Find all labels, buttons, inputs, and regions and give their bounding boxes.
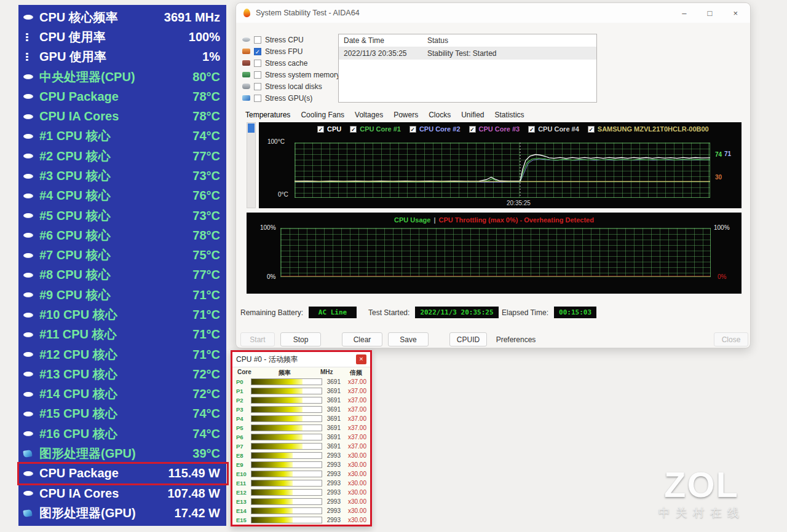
sensor-label: GPU 使用率	[39, 49, 106, 65]
legend-label: SAMSUNG MZVL21T0HCLR-00B00	[598, 125, 709, 133]
checkbox[interactable]: ✓	[409, 126, 416, 133]
fan-icon	[23, 114, 39, 119]
fan-icon	[23, 412, 39, 417]
sensor-label: #5 CPU 核心	[39, 208, 111, 224]
frequency-bar	[251, 378, 322, 385]
stability-test-window: System Stability Test - AIDA64 – □ × Str…	[235, 2, 751, 348]
core-label: E15	[236, 517, 247, 523]
mhz-value: 2993	[316, 471, 341, 477]
clear-button[interactable]: Clear	[342, 332, 382, 346]
frequency-bar-fill	[251, 499, 293, 504]
legend-item[interactable]: ✓CPU Core #2	[409, 125, 461, 133]
maximize-icon[interactable]: □	[708, 9, 713, 18]
device-cpu-icon	[242, 37, 250, 42]
frequency-bar-fill	[251, 434, 303, 440]
usage-icon	[23, 33, 39, 41]
multiplier-value: x37.00	[343, 443, 366, 450]
multiplier-value: x30.00	[343, 480, 366, 487]
freq-header-core: Core	[237, 369, 251, 375]
close-icon[interactable]: ×	[356, 354, 366, 364]
fan-icon	[23, 372, 39, 377]
checkbox[interactable]	[254, 95, 261, 102]
multiplier-value: x37.00	[343, 434, 366, 440]
stress-option[interactable]: Stress GPU(s)	[242, 92, 339, 104]
multiplier-value: x37.00	[343, 406, 366, 413]
stress-option[interactable]: Stress CPU	[242, 34, 339, 45]
save-button[interactable]: Save	[388, 332, 429, 346]
fan-icon	[23, 213, 39, 218]
stress-option[interactable]: Stress local disks	[242, 80, 339, 92]
preferences-button[interactable]: Preferences	[489, 332, 542, 346]
status-label: Remaining Battery:	[240, 308, 303, 317]
close-icon[interactable]: ×	[733, 9, 738, 18]
temp-current-value-2: 71	[724, 151, 731, 157]
sensor-value: 74°C	[192, 427, 220, 441]
frequency-bar-fill	[251, 490, 293, 495]
legend-item[interactable]: ✓CPU Core #4	[528, 125, 579, 133]
frequency-bar	[251, 388, 322, 394]
legend-item[interactable]: ✓CPU Core #1	[350, 125, 401, 133]
frequency-bar	[251, 471, 322, 477]
multiplier-value: x30.00	[343, 517, 366, 523]
tab-voltages[interactable]: Voltages	[355, 111, 383, 119]
cpuid-button[interactable]: CPUID	[449, 332, 487, 346]
freq-row: P43691x37.00	[232, 414, 370, 423]
stress-option[interactable]: Stress cache	[242, 57, 339, 69]
status-value-box: AC Line	[309, 307, 357, 318]
stress-option-label: Stress CPU	[265, 36, 304, 44]
frequency-bar	[251, 424, 322, 431]
log-header-datetime: Date & Time	[339, 36, 426, 45]
start-button: Start	[240, 332, 275, 346]
checkbox[interactable]: ✓	[528, 126, 535, 133]
checkbox[interactable]: ✓	[317, 126, 324, 133]
stress-option[interactable]: Stress system memory	[242, 69, 339, 80]
freq-table-rows: P03691x37.00P13691x37.00P23691x37.00P336…	[232, 377, 370, 525]
tab-powers[interactable]: Powers	[394, 111, 418, 119]
checkbox[interactable]	[254, 60, 261, 67]
checkbox[interactable]	[254, 83, 261, 90]
freq-row: P23691x37.00	[232, 396, 370, 405]
sensor-value: 74°C	[192, 407, 220, 421]
sensor-row: CPU Package115.49 W	[18, 464, 226, 483]
freq-row: E102993x30.00	[232, 469, 370, 479]
fan-icon	[23, 292, 39, 297]
sensor-label: #3 CPU 核心	[39, 168, 111, 184]
sensor-label: #4 CPU 核心	[39, 187, 111, 204]
legend-item[interactable]: ✓CPU	[317, 125, 341, 133]
sensor-value: 77°C	[192, 268, 220, 282]
sensor-row: #1 CPU 核心74°C	[18, 127, 226, 146]
status-item: Test Started:2022/11/3 20:35:25	[368, 307, 499, 318]
checkbox[interactable]: ✓	[254, 48, 261, 55]
checkbox[interactable]: ✓	[469, 126, 476, 133]
sensor-label: #7 CPU 核心	[39, 247, 111, 264]
frequency-bar-fill	[251, 379, 303, 385]
legend-item[interactable]: ✓SAMSUNG MZVL21T0HCLR-00B00	[588, 125, 709, 133]
log-row[interactable]: 2022/11/3 20:35:25Stability Test: Starte…	[339, 47, 596, 60]
status-label: Test Started:	[368, 308, 409, 317]
graph-scrollbar[interactable]	[247, 122, 256, 208]
scrollbar-thumb[interactable]	[248, 123, 255, 133]
multiplier-value: x30.00	[343, 498, 366, 505]
sensor-row: #16 CPU 核心74°C	[18, 424, 226, 443]
tab-statistics[interactable]: Statistics	[495, 111, 524, 119]
checkbox[interactable]: ✓	[350, 126, 357, 133]
fan-icon	[23, 332, 39, 337]
legend-item[interactable]: ✓CPU Core #3	[469, 125, 520, 133]
stress-option[interactable]: ✓Stress FPU	[242, 45, 339, 57]
freq-row: E92993x30.00	[232, 460, 370, 469]
tab-temperatures[interactable]: Temperatures	[245, 111, 290, 119]
checkbox[interactable]	[254, 36, 261, 44]
checkbox[interactable]	[254, 71, 261, 79]
titlebar: System Stability Test - AIDA64 – □ ×	[236, 3, 750, 23]
checkbox[interactable]: ✓	[588, 126, 595, 133]
tab-clocks[interactable]: Clocks	[429, 111, 451, 119]
sensor-value: 107.48 W	[167, 487, 220, 501]
status-value-box: 00:15:03	[554, 307, 596, 318]
frequency-bar-fill	[251, 425, 303, 431]
tab-unified[interactable]: Unified	[461, 111, 484, 119]
tab-bar: TemperaturesCooling FansVoltagesPowersCl…	[245, 111, 524, 119]
minimize-icon[interactable]: –	[682, 9, 686, 18]
tab-cooling-fans[interactable]: Cooling Fans	[301, 111, 344, 119]
stop-button[interactable]: Stop	[280, 332, 321, 346]
zol-watermark: ZOL 中关村在线	[637, 467, 766, 521]
